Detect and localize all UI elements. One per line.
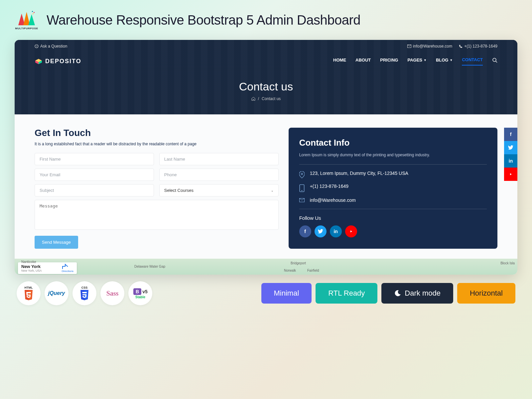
rtl-ready-button[interactable]: RTL Ready [316,283,377,304]
envelope-icon [407,45,411,48]
twitter-icon [318,229,323,234]
box-icon [35,58,43,65]
contact-info-card: Contact Info Lorem Ipsum is simply dummy… [289,128,497,249]
sass-icon: Sass [106,290,119,297]
phone-input[interactable] [159,169,279,181]
bootstrap-icon: B [133,288,142,295]
home-icon[interactable] [251,97,255,101]
svg-point-15 [301,190,302,191]
svg-rect-3 [32,11,33,12]
tech-css3: CSS [72,281,96,305]
follow-us-label: Follow Us [299,215,487,221]
info-phone: +(1) 123-878-1649 [299,184,487,192]
ask-question-link[interactable]: ? Ask a Question [35,44,67,49]
nav-pricing[interactable]: PRICING [380,58,398,65]
form-heading: Get In Touch [35,128,279,138]
nav-pages[interactable]: PAGES▼ [407,58,426,65]
page-title: Warehouse Responsive Bootstrap 5 Admin D… [47,13,360,28]
side-twitter-button[interactable] [504,141,517,154]
nav-contact[interactable]: CONTACT [462,57,483,66]
svg-rect-4 [34,12,35,13]
svg-line-13 [496,61,497,63]
youtube-icon [508,173,513,176]
map-pin-icon [299,171,305,178]
svg-text:?: ? [36,45,38,48]
svg-rect-5 [33,13,34,14]
topbar-email[interactable]: info@Warehouse.com [407,44,452,49]
chevron-down-icon: ▼ [424,59,427,62]
moon-icon [394,290,401,297]
svg-marker-18 [510,173,512,175]
help-icon: ? [35,44,39,48]
multipurpose-logo: MULTIPURPOSE [13,7,40,33]
svg-point-12 [493,58,496,62]
info-address: 123, Lorem Ipsum, Dummy City, FL-12345 U… [299,171,487,178]
phone-icon [459,45,463,48]
courses-select[interactable]: Select Courses ⌄ [159,184,279,197]
svg-text:B: B [136,289,139,294]
twitter-button[interactable] [315,225,327,237]
email-input[interactable] [35,169,154,181]
twitter-icon [508,145,513,150]
brand-logo[interactable]: DEPOSITO [35,58,81,65]
youtube-button[interactable] [345,225,357,237]
breadcrumb: / Contact us [15,96,517,101]
html5-icon [24,289,34,301]
side-youtube-button[interactable] [504,168,517,181]
info-description: Lorem Ipsum is simply dummy text of the … [299,152,487,158]
last-name-input[interactable] [159,153,279,165]
facebook-button[interactable]: f [299,225,311,237]
chevron-down-icon: ⌄ [271,189,274,192]
hero-title: Contact us [15,80,517,93]
css3-icon [79,289,89,301]
tech-jquery: jQuery [45,281,68,305]
map-preview[interactable]: Nanticoke Delaware Water Gap Bridgeport … [15,259,517,275]
jquery-icon: jQuery [48,290,65,296]
form-subtitle: It is a long established fact that a rea… [35,142,279,146]
tech-bootstrap: B v5 Stable [128,281,152,305]
tech-sass: Sass [100,281,124,305]
chevron-down-icon: ▼ [450,59,453,62]
message-textarea[interactable] [35,200,279,230]
screenshot-preview: ? Ask a Question info@Warehouse.com +(1)… [15,40,517,275]
envelope-icon [299,198,305,202]
first-name-input[interactable] [35,153,154,165]
nav-home[interactable]: HOME [333,58,346,65]
horizontal-button[interactable]: Horizontal [457,283,515,304]
svg-marker-2 [28,14,35,25]
svg-marker-17 [350,230,352,232]
minimal-button[interactable]: Minimal [261,283,312,304]
info-heading: Contact Info [299,138,487,148]
nav-blog[interactable]: BLOG▼ [436,58,453,65]
tech-html5: HTML [17,281,41,305]
subject-input[interactable] [35,184,154,197]
search-icon [492,58,497,63]
side-linkedin-button[interactable]: in [504,154,517,168]
linkedin-button[interactable]: in [330,225,342,237]
mobile-icon [299,184,305,192]
nav-about[interactable]: ABOUT [355,58,371,65]
side-facebook-button[interactable]: f [504,128,517,141]
topbar-phone[interactable]: +(1) 123-878-1649 [459,44,497,49]
info-email: info@Warehouse.com [299,198,487,203]
dark-mode-button[interactable]: Dark mode [381,283,453,304]
youtube-icon [349,230,353,233]
send-message-button[interactable]: Send Message [35,236,78,249]
nav-search[interactable] [492,58,497,66]
